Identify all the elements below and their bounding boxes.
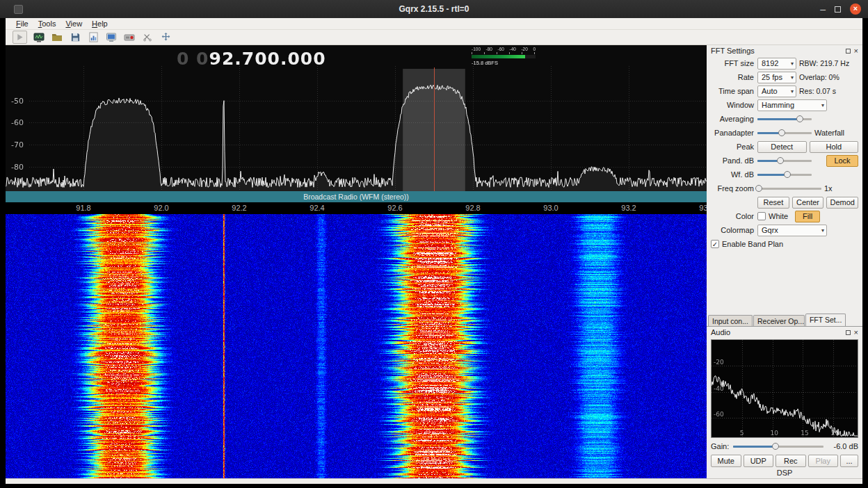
gain-row: Gain: -6.0 dB — [707, 439, 862, 453]
audio-options-button[interactable]: ... — [840, 455, 858, 467]
fft-dock-close-icon[interactable]: × — [854, 48, 858, 54]
slider-handle[interactable] — [755, 185, 762, 192]
fft-dock-float-icon[interactable] — [846, 49, 851, 54]
menu-tools[interactable]: Tools — [33, 19, 61, 28]
res-info: Res: 0.07 s — [799, 87, 836, 95]
demod-button[interactable]: Demod — [826, 197, 858, 209]
mute-button[interactable]: Mute — [711, 455, 741, 467]
slider-handle[interactable] — [777, 157, 784, 164]
rate-label: Rate — [711, 73, 754, 81]
menu-help[interactable]: Help — [87, 19, 113, 28]
audio-plot-frame — [711, 339, 858, 438]
slider-handle[interactable] — [772, 443, 779, 450]
slider-handle[interactable] — [796, 115, 803, 122]
io-devices-button[interactable] — [33, 31, 45, 44]
fft-settings-header: FFT Settings × — [707, 45, 862, 56]
pan-button[interactable] — [159, 31, 172, 44]
time-span-select[interactable]: Auto▾ — [757, 86, 796, 97]
tab-input-controls[interactable]: Input con... — [708, 315, 753, 326]
color-white-checkbox[interactable] — [757, 212, 766, 220]
chevron-down-icon: ▾ — [791, 74, 794, 81]
enable-band-plan-checkbox[interactable]: ✓ — [711, 240, 719, 248]
dock-column: FFT Settings × FFT size 8192▾ RBW: 219.7… — [707, 45, 862, 478]
spectrum-plot[interactable] — [6, 45, 707, 191]
save-waterfall-button[interactable] — [87, 31, 99, 44]
rate-select[interactable]: 25 fps▾ — [757, 72, 796, 83]
minimize-icon[interactable]: – — [820, 6, 826, 13]
tab-fft-settings[interactable]: FFT Set... — [805, 314, 846, 326]
freq-axis: 91.892.092.292.492.692.893.093.293.4 — [6, 202, 707, 214]
meter-ticks — [472, 52, 536, 54]
iq-record-button[interactable] — [123, 31, 136, 44]
scissors-icon — [143, 33, 152, 42]
disconnect-button[interactable] — [141, 31, 154, 44]
dock-tabbar: Input con... Receiver Op... FFT Set... — [707, 314, 862, 327]
audio-dock-close-icon[interactable]: × — [854, 330, 858, 336]
chevron-down-icon: ▾ — [791, 88, 794, 95]
gain-label: Gain: — [711, 442, 729, 450]
freq-tick-label: 93.4 — [699, 204, 707, 212]
meter-bar — [472, 55, 536, 58]
averaging-slider[interactable] — [757, 115, 812, 124]
load-settings-button[interactable] — [51, 31, 63, 44]
reset-button[interactable]: Reset — [757, 197, 789, 209]
close-icon[interactable]: × — [850, 3, 861, 15]
window-select[interactable]: Hamming▾ — [757, 99, 827, 111]
panadapter-waterfall-slider[interactable] — [757, 129, 812, 138]
fft-size-select[interactable]: 8192▾ — [757, 58, 796, 70]
chevron-down-icon: ▾ — [821, 102, 824, 108]
peak-detect-button[interactable]: Detect — [757, 141, 807, 153]
toolbar — [6, 30, 862, 45]
io-window-button[interactable] — [105, 31, 118, 44]
spectrum-area: 0 092.700.000 -100-80-60-40-200 -15.8 dB… — [6, 45, 707, 214]
folder-icon — [51, 32, 63, 43]
menu-view[interactable]: View — [61, 19, 87, 28]
waterfall[interactable] — [6, 214, 707, 478]
rbw-info: RBW: 219.7 Hz — [799, 59, 849, 67]
start-dsp-button[interactable] — [13, 31, 27, 44]
freq-tick-label: 92.4 — [310, 204, 324, 212]
freq-tick-label: 92.0 — [154, 204, 168, 212]
frequency-digits[interactable]: 92.700.000 — [209, 49, 326, 69]
menu-file[interactable]: File — [11, 19, 33, 28]
play-button[interactable]: Play — [808, 455, 839, 467]
meter-scale: -100-80-60-40-200 — [472, 47, 536, 52]
slider-handle[interactable] — [784, 171, 791, 178]
tab-receiver-options[interactable]: Receiver Op... — [753, 315, 805, 326]
center-button[interactable]: Center — [792, 197, 824, 209]
floppy-icon — [70, 32, 81, 42]
plot-column: 0 092.700.000 -100-80-60-40-200 -15.8 dB… — [6, 45, 707, 478]
overlap-info: Overlap: 0% — [799, 73, 839, 81]
udp-button[interactable]: UDP — [744, 455, 774, 467]
monitor-icon — [106, 32, 117, 43]
titlebar: Gqrx 2.15.5 - rtl=0 – × — [0, 0, 868, 18]
bandplan-bar: Broadcast Radio (WFM (stereo)) — [6, 191, 707, 202]
freq-tick-label: 92.6 — [387, 204, 402, 212]
window-title: Gqrx 2.15.5 - rtl=0 — [0, 4, 868, 14]
pand-lock-button[interactable]: Lock — [826, 155, 858, 167]
frequency-display[interactable]: 0 092.700.000 — [177, 49, 326, 69]
colormap-select[interactable]: Gqrx▾ — [757, 225, 827, 236]
gain-slider[interactable] — [733, 442, 823, 451]
save-settings-button[interactable] — [69, 31, 81, 44]
freq-tick-label: 93.0 — [543, 204, 558, 212]
pand-db-slider[interactable] — [757, 156, 812, 165]
rec-button[interactable]: Rec — [775, 455, 806, 467]
freq-zoom-slider[interactable] — [757, 184, 821, 193]
chevron-down-icon: ▾ — [791, 60, 794, 67]
panadapter-label: Panadapter — [711, 129, 754, 137]
freq-zoom-label: Freq zoom — [711, 184, 754, 193]
slider-handle[interactable] — [778, 129, 785, 136]
peak-hold-button[interactable]: Hold — [810, 141, 859, 153]
frequency-leading-zeros: 0 0 — [177, 49, 209, 69]
audio-buttons: Mute UDP Rec Play ... — [707, 453, 862, 467]
audio-dock-float-icon[interactable] — [846, 330, 851, 335]
fft-fill-button[interactable]: Fill — [795, 211, 820, 222]
enable-band-plan-label: Enable Band Plan — [722, 240, 783, 248]
freq-tick-label: 93.2 — [621, 204, 636, 212]
wf-db-slider[interactable] — [757, 170, 812, 179]
monitor-wave-icon — [33, 32, 45, 43]
maximize-icon[interactable] — [835, 6, 841, 13]
freq-tick-label: 92.2 — [232, 204, 246, 212]
bandplan-label: Broadcast Radio (WFM (stereo)) — [303, 193, 409, 201]
